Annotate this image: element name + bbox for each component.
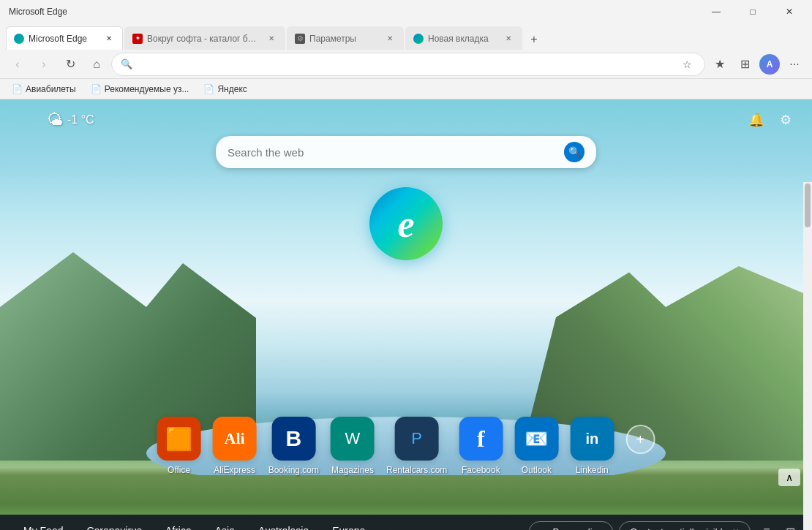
edit-icon: ✏ [540,526,548,531]
toolbar: ‹ › ↻ ⌂ 🔍 ☆ ★ ⊞ A ··· [0,50,812,79]
quick-link-rentalcars[interactable]: P Rentalcars.com [386,417,447,475]
newtab-topbar-right: 🔔 ⚙ [745,108,797,132]
address-bar-icons: ☆ [678,56,696,73]
quick-link-label-office: Office [168,465,190,475]
tab-close-button[interactable]: ✕ [103,33,115,45]
tab-label: Новая вкладка [428,34,498,44]
add-site-button[interactable]: + [625,425,655,454]
tab-vokrigsofta[interactable]: ✦ Вокруг софта - каталог бесп... ✕ [124,26,285,50]
new-tab-button[interactable]: + [524,29,544,50]
newtab-topbar: 🌤 -1 °C 🔔 ⚙ [0,99,812,140]
window-chrome: Microsoft Edge — □ ✕ Microsoft Edge ✕ ✦ … [0,0,812,99]
search-submit-button[interactable]: 🔍 [564,142,584,162]
weather-temp: -1 °C [67,113,94,126]
quick-link-magazines[interactable]: W Magazines [331,417,375,475]
tab-settings[interactable]: ⚙ Параметры ✕ [287,26,404,50]
quick-link-icon-outlook: 📧 [514,417,558,461]
toolbar-right: ★ ⊞ A ··· [708,53,806,76]
collections-button[interactable]: ⊞ [733,53,756,76]
personalize-button[interactable]: ✏ Personalize [529,521,613,531]
search-icon: 🔍 [568,146,581,158]
feed-tab-coronavirus[interactable]: Coronavirus [75,515,153,530]
quick-link-aliexpress[interactable]: Ali AliExpress [213,417,257,475]
quick-link-icon-office: 🟧 [157,417,201,461]
content-visibility-label: Content partially visible [630,526,728,531]
favorites-icon-button[interactable]: ☆ [678,56,696,73]
bookmark-label: Авиабилеты [26,84,76,94]
scrollbar-thumb[interactable] [805,183,811,227]
bookmark-page-icon: 📄 [203,84,214,94]
apps-grid-button[interactable] [15,108,38,132]
chevron-up-icon: ∧ [786,472,793,483]
search-input[interactable] [228,146,557,159]
feed-tab-africa[interactable]: Africa [154,515,203,530]
chevron-down-icon: ∨ [732,526,740,531]
weather-icon: 🌤 [47,110,63,129]
bookmark-yandex[interactable]: 📄 Яндекс [198,83,252,96]
bookmark-label: Рекомендуемые уз... [105,84,189,94]
tab-close-button[interactable]: ✕ [384,33,396,45]
refresh-button[interactable]: ↻ [59,53,82,76]
tab-new-tab[interactable]: Новая вкладка ✕ [405,26,522,50]
edge-logo-circle: e [369,187,443,260]
newtab-settings-button[interactable]: ⚙ [774,108,797,132]
quick-link-label-outlook: Outlook [522,465,552,475]
window-title-text: Microsoft Edge [9,7,67,17]
newtab-content: 🌤 -1 °C 🔔 ⚙ 🔍 e 🟧 Office [0,99,812,530]
feed-tab-myfeed[interactable]: My Feed [12,515,75,530]
title-bar: Microsoft Edge — □ ✕ [0,0,812,23]
edge-logo-letter: e [397,202,414,246]
quick-link-facebook[interactable]: f Facebook [459,417,503,475]
weather-widget: 🌤 -1 °C [47,110,94,129]
quick-link-icon-booking: B [271,417,315,461]
tab-bar: Microsoft Edge ✕ ✦ Вокруг софта - катало… [0,23,812,50]
favorites-button[interactable]: ★ [708,53,732,76]
grid-view-icon: ⊞ [786,525,795,531]
window-controls: — □ ✕ [699,0,806,23]
quick-link-linkedin[interactable]: in Linkedin [570,417,614,475]
search-container: 🔍 [216,136,596,168]
list-view-icon: ≡ [763,525,770,530]
quick-link-icon-facebook: f [459,417,503,461]
more-menu-button[interactable]: ··· [783,53,806,76]
address-bar: 🔍 ☆ [111,53,705,76]
feed-tab-europe[interactable]: Europe [320,515,377,530]
tab-favicon-newtab [413,34,424,44]
quick-link-label-facebook: Facebook [462,465,500,475]
scrollbar[interactable] [803,182,812,530]
tab-favicon-spider: ✦ [132,34,143,44]
close-button[interactable]: ✕ [772,0,806,23]
bookmark-recommended[interactable]: 📄 Рекомендуемые уз... [85,83,195,96]
add-icon: + [636,431,645,448]
tab-microsoft-edge[interactable]: Microsoft Edge ✕ [6,26,123,50]
tab-close-button[interactable]: ✕ [266,33,277,45]
content-visibility-button[interactable]: Content partially visible ∨ [619,521,751,531]
notifications-button[interactable]: 🔔 [745,108,768,132]
quick-link-label-booking: Booking.com [268,465,319,475]
quick-link-booking[interactable]: B Booking.com [268,417,319,475]
bookmark-aviabilety[interactable]: 📄 Авиабилеты [6,83,82,96]
tab-favicon-settings: ⚙ [295,34,305,44]
feed-tab-asia[interactable]: Asia [203,515,247,530]
quick-link-icon-linkedin: in [570,417,614,461]
maximize-button[interactable]: □ [736,0,770,23]
profile-button[interactable]: A [758,53,781,76]
forward-button[interactable]: › [32,53,56,76]
grid-view-button[interactable]: ⊞ [780,521,800,530]
minimize-button[interactable]: — [699,0,733,23]
quick-link-outlook[interactable]: 📧 Outlook [514,417,558,475]
address-input[interactable] [138,58,672,69]
tab-close-button[interactable]: ✕ [503,33,514,45]
tab-label: Параметры [309,34,380,44]
bookmark-page-icon: 📄 [12,84,23,94]
quick-link-office[interactable]: 🟧 Office [157,417,201,475]
back-button[interactable]: ‹ [6,53,29,76]
bottom-news-bar: My Feed Coronavirus Africa Asia Australa… [0,515,812,530]
home-button[interactable]: ⌂ [85,53,108,76]
quick-link-icon-rentalcars: P [395,417,439,461]
chevron-up-button[interactable]: ∧ [778,469,800,486]
search-icon: 🔍 [121,58,132,69]
list-view-button[interactable]: ≡ [756,521,777,530]
feed-tab-australasia[interactable]: Australasia [247,515,320,530]
bookmarks-bar: 📄 Авиабилеты 📄 Рекомендуемые уз... 📄 Янд… [0,79,812,99]
